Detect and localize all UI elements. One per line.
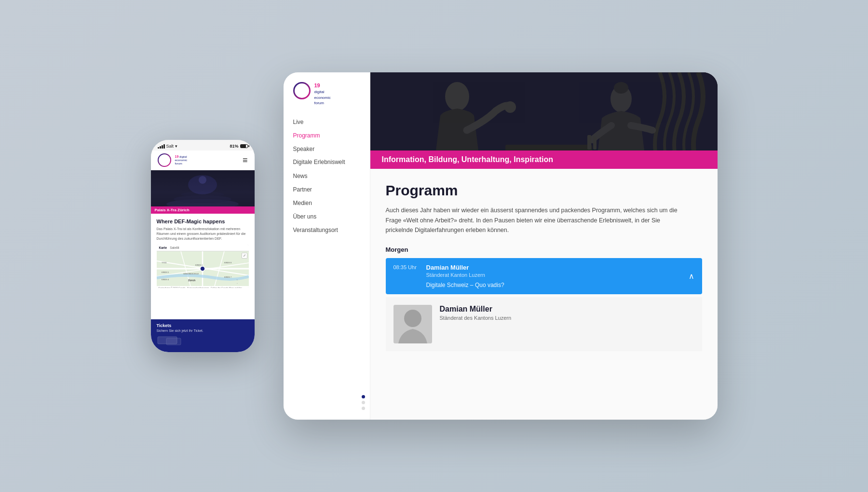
sidebar-logo-area: 19 digital economic forum: [284, 72, 370, 113]
signal-bars-icon: [158, 144, 165, 149]
person-card-role: Ständerat des Kantons Luzern: [440, 315, 694, 321]
sidebar-logo-line2: economic: [314, 96, 331, 100]
phone-battery-area: 81%: [230, 144, 247, 149]
map-tab-karte[interactable]: Karte: [159, 246, 167, 249]
phone-logo-ring: [158, 153, 171, 167]
phone-content-area: Palais X-Tra Zürich Where DEF-Magic happ…: [151, 170, 255, 352]
phone-hero-label: Palais X-Tra Zürich: [151, 206, 255, 214]
map-body: KREIS 1 TYSS KREIS 5 KREIS 4 KREIS 8 KRE…: [157, 251, 249, 286]
svg-point-29: [445, 82, 469, 111]
phone-logo-number: 19: [175, 155, 179, 158]
page-title: Programm: [386, 182, 702, 199]
tablet-sidebar: 19 digital economic forum Live Programm …: [284, 72, 370, 420]
tablet-device: 19 digital economic forum Live Programm …: [284, 72, 718, 420]
phone-map[interactable]: Karte Satellit: [157, 245, 249, 288]
person-avatar: [393, 305, 432, 343]
hero-overlay-label: Information, Bildung, Unterhaltung, Insp…: [370, 150, 718, 169]
phone-body: Where DEF-Magic happens Das Palais X-Tra…: [151, 214, 255, 319]
program-item-header[interactable]: 08:35 Uhr Damian Müller Ständerat Kanton…: [386, 258, 702, 294]
phone-statusbar: Salt ▾ 81%: [151, 140, 255, 150]
program-time: 08:35 Uhr: [393, 264, 422, 270]
person-info: Damian Müller Ständerat des Kantons Luze…: [440, 305, 694, 321]
phone-logo-line3: forum: [175, 162, 182, 165]
scene: Salt ▾ 81% 19 digital economic forum: [132, 53, 737, 439]
svg-text:+: +: [237, 279, 238, 281]
tablet-content: Programm Auch dieses Jahr haben wir wied…: [370, 169, 718, 420]
svg-point-32: [614, 82, 628, 94]
program-expanded-card: Damian Müller Ständerat des Kantons Luze…: [386, 297, 702, 351]
svg-text:KREIS 1: KREIS 1: [195, 264, 203, 266]
section-label-morgen: Morgen: [386, 246, 702, 253]
phone-where-title: Where DEF-Magic happens: [157, 219, 249, 224]
svg-rect-26: [166, 338, 181, 345]
tablet-main-content[interactable]: Information, Bildung, Unterhaltung, Insp…: [370, 72, 718, 420]
phone-carrier-area: Salt ▾: [158, 144, 178, 149]
sidebar-dot-1: [362, 395, 365, 398]
wifi-icon: ▾: [175, 144, 177, 149]
svg-text:Zürich: Zürich: [188, 279, 195, 282]
sidebar-dot-2: [362, 401, 365, 404]
phone-logo-line2: economic: [175, 159, 188, 162]
phone-logo-text: 19 digital economic forum: [175, 155, 188, 166]
sidebar-logo-line3: forum: [314, 101, 324, 105]
sidebar-item-medien[interactable]: Medien: [284, 196, 370, 210]
svg-point-14: [200, 266, 205, 271]
sidebar-logo-ring: [293, 82, 311, 99]
tickets-illustration: [157, 334, 186, 346]
phone-tickets-subtitle: Sichern Sie sich jetzt Ihr Ticket.: [157, 329, 249, 332]
battery-icon: [240, 144, 248, 148]
battery-fill: [241, 145, 246, 148]
sidebar-logo-line1: digital: [314, 90, 325, 94]
program-name-block: Damian Müller Ständerat Kanton Luzern Di…: [426, 264, 684, 288]
sidebar-item-digitale-erlebniswelt[interactable]: Digitale Erlebniswelt: [284, 156, 370, 169]
phone-device: Salt ▾ 81% 19 digital economic forum: [151, 140, 255, 352]
sidebar-item-partner[interactable]: Partner: [284, 183, 370, 196]
map-tab-satellit[interactable]: Satellit: [170, 246, 179, 249]
program-speaker-role: Ständerat Kanton Luzern: [426, 272, 684, 278]
svg-text:KREIS 8: KREIS 8: [224, 261, 232, 264]
battery-percent-label: 81%: [230, 144, 238, 149]
phone-tickets-title: Tickets: [157, 323, 249, 328]
phone-tickets[interactable]: Tickets Sichern Sie sich jetzt Ihr Ticke…: [151, 319, 255, 352]
sidebar-item-veranstaltungsort[interactable]: Veranstaltungsort: [284, 223, 370, 237]
phone-hero: Palais X-Tra Zürich: [151, 170, 255, 214]
svg-point-37: [404, 310, 421, 327]
map-copyright: Kartendaten © 2019 Google · Nutzungsbedi…: [157, 286, 249, 288]
program-item-damian[interactable]: 08:35 Uhr Damian Müller Ständerat Kanton…: [386, 258, 702, 294]
map-expand-icon[interactable]: ⤢: [242, 253, 247, 259]
svg-text:KREIS 4: KREIS 4: [162, 278, 169, 281]
carrier-label: Salt: [166, 144, 174, 149]
sidebar-dot-3: [362, 407, 365, 410]
sidebar-item-news[interactable]: News: [284, 169, 370, 183]
phone-logo-line1: digital: [179, 155, 187, 158]
hamburger-icon[interactable]: ≡: [243, 155, 248, 165]
program-talk-title: Digitale Schweiz – Quo vadis?: [426, 282, 684, 288]
map-header: Karte Satellit: [157, 245, 249, 251]
chevron-up-icon: ∧: [689, 272, 694, 281]
tablet-hero: Information, Bildung, Unterhaltung, Insp…: [370, 72, 718, 169]
svg-point-6: [199, 176, 206, 184]
phone-description: Das Palais X-Tra ist als Konferenzlokati…: [157, 227, 249, 241]
svg-text:KREIS 7: KREIS 7: [224, 276, 232, 278]
svg-text:TYSS: TYSS: [162, 261, 167, 264]
program-speaker-name: Damian Müller: [426, 264, 684, 271]
sidebar-item-speaker[interactable]: Speaker: [284, 142, 370, 156]
content-description: Auch dieses Jahr haben wir wieder ein äu…: [386, 205, 686, 235]
svg-text:KREIS 5: KREIS 5: [162, 271, 169, 273]
svg-text:GEWERBESCHULE: GEWERBESCHULE: [183, 273, 199, 275]
svg-rect-35: [593, 137, 597, 150]
phone-nav: 19 digital economic forum ≡: [151, 150, 255, 170]
tablet-inner: 19 digital economic forum Live Programm …: [284, 72, 718, 420]
person-card-name: Damian Müller: [440, 305, 694, 314]
svg-rect-34: [587, 135, 591, 150]
sidebar-logo-number: 19: [314, 82, 331, 89]
sidebar-item-ueber-uns[interactable]: Über uns: [284, 210, 370, 223]
sidebar-scroll-dots: [284, 385, 370, 420]
sidebar-logo-text: 19 digital economic forum: [314, 82, 331, 106]
sidebar-item-live[interactable]: Live: [284, 115, 370, 129]
person-avatar-image: [393, 305, 432, 343]
sidebar-item-programm[interactable]: Programm: [284, 129, 370, 142]
map-roads-svg: KREIS 1 TYSS KREIS 5 KREIS 4 KREIS 8 KRE…: [157, 251, 249, 286]
sidebar-navigation: Live Programm Speaker Digitale Erlebnisw…: [284, 113, 370, 385]
svg-point-30: [504, 101, 516, 113]
